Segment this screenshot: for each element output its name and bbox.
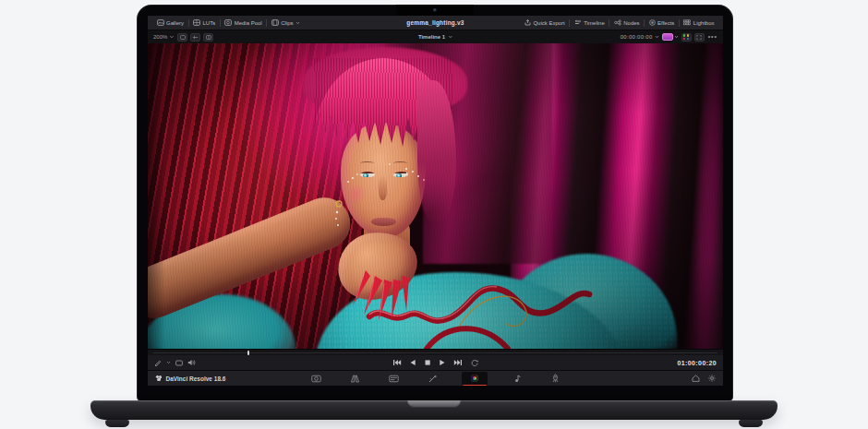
quick-export-button[interactable]: Quick Export	[520, 16, 569, 30]
davinci-resolve-logo-icon	[155, 375, 163, 381]
stop-button[interactable]	[424, 359, 430, 366]
gallery-button[interactable]: Gallery	[152, 16, 188, 30]
gallery-label: Gallery	[166, 20, 184, 26]
bypass-grades-toggle[interactable]	[177, 33, 187, 42]
project-settings-gear-button[interactable]	[708, 375, 716, 382]
timeline-label: Timeline	[584, 20, 604, 26]
main-toolbar: Gallery LUTs Media Pool Clips	[148, 16, 723, 30]
luts-label: LUTs	[203, 20, 216, 26]
page-navigation-bar: DaVinci Resolve 18.6	[148, 370, 723, 386]
chevron-down-icon	[655, 35, 659, 39]
page-color-active[interactable]	[462, 372, 488, 386]
page-deliver[interactable]	[546, 373, 565, 385]
go-to-end-button[interactable]	[453, 359, 462, 366]
page-media[interactable]	[307, 373, 326, 385]
clips-icon	[271, 19, 279, 26]
toolbar-left-group: Gallery LUTs Media Pool Clips	[152, 16, 305, 30]
viewer-options-bar: 200% Timeline 1 00:00:00:00	[148, 30, 723, 43]
audio-mute-icon[interactable]	[187, 359, 196, 366]
page-edit[interactable]	[384, 373, 404, 385]
chevron-down-icon	[448, 35, 452, 39]
gallery-icon	[157, 19, 164, 26]
scopes-icon	[683, 34, 690, 39]
effects-label: Effects	[657, 20, 674, 26]
expand-viewer-button[interactable]	[694, 33, 705, 42]
laptop-base	[90, 400, 778, 420]
unmix-icon	[192, 35, 199, 40]
effects-icon	[649, 19, 656, 26]
scopes-button[interactable]	[681, 33, 692, 42]
nodes-label: Nodes	[623, 20, 639, 26]
media-pool-button[interactable]: Media Pool	[221, 16, 267, 30]
lightbox-label: Lightbox	[693, 20, 715, 26]
color-page-icon	[471, 375, 478, 382]
laptop-foot	[739, 420, 763, 427]
clips-button[interactable]: Clips	[267, 16, 304, 30]
lightbox-icon	[683, 19, 691, 26]
quick-export-icon	[524, 19, 531, 26]
deliver-page-icon	[551, 374, 560, 383]
zoom-level: 200%	[153, 34, 167, 40]
chevron-down-icon[interactable]	[674, 35, 679, 39]
split-screen-icon	[206, 35, 211, 40]
effects-button[interactable]: Effects	[645, 16, 679, 30]
page-fusion[interactable]	[423, 373, 442, 385]
page-bar-right-tools	[692, 375, 716, 382]
timeline-button[interactable]: Timeline	[570, 16, 609, 30]
project-home-button[interactable]	[692, 375, 700, 382]
quick-export-label: Quick Export	[533, 20, 564, 26]
timeline-selector[interactable]: Timeline 1	[418, 30, 452, 43]
unmix-toggle[interactable]	[190, 33, 200, 42]
toolbar-right-group: Quick Export Timeline Nodes Effects	[520, 16, 718, 30]
davinci-resolve-window: Gallery LUTs Media Pool Clips	[148, 16, 723, 386]
app-version-label: DaVinci Resolve 18.6	[166, 375, 226, 382]
loop-playback-button[interactable]	[470, 359, 478, 366]
record-timecode-field[interactable]: 01:00:00:20	[677, 360, 717, 366]
project-title: gemma_lighting.v3	[406, 19, 464, 26]
source-timecode-field[interactable]: 00:00:00:00	[621, 30, 659, 43]
play-reverse-button[interactable]	[409, 359, 416, 366]
chevron-down-icon[interactable]	[166, 361, 171, 364]
photo-red-nails	[353, 270, 409, 320]
zoom-select[interactable]: 200%	[153, 30, 175, 43]
chevron-down-icon	[295, 21, 300, 25]
viewer-image	[148, 43, 723, 349]
transport-bar: 01:00:00:20	[148, 355, 723, 370]
lid-thumb-scoop	[407, 400, 461, 408]
enhanced-viewer-toggle[interactable]	[662, 33, 673, 41]
page-tabs	[307, 371, 565, 386]
onscreen-controls-icon[interactable]	[154, 359, 162, 366]
play-button[interactable]	[439, 359, 445, 366]
viewer-scrubber[interactable]	[148, 349, 723, 355]
facetime-camera	[433, 8, 437, 12]
bypass-grades-icon	[180, 35, 186, 40]
go-to-start-button[interactable]	[392, 359, 401, 366]
media-pool-label: Media Pool	[235, 20, 262, 26]
nodes-icon	[614, 19, 621, 26]
timeline-icon	[574, 19, 582, 26]
transport-controls	[392, 359, 478, 366]
laptop-foot	[105, 420, 129, 427]
fusion-page-icon	[428, 375, 438, 383]
media-pool-icon	[224, 19, 232, 26]
split-screen-toggle[interactable]	[203, 33, 213, 42]
luts-icon	[193, 19, 200, 26]
page-cut[interactable]	[345, 373, 365, 385]
chevron-down-icon	[169, 35, 175, 39]
lightbox-button[interactable]: Lightbox	[680, 16, 718, 30]
page-fairlight[interactable]	[507, 373, 526, 385]
viewer-tools	[154, 359, 196, 366]
timeline-name: Timeline 1	[418, 34, 445, 40]
luts-button[interactable]: LUTs	[189, 16, 220, 30]
source-timecode: 00:00:00:00	[621, 34, 653, 40]
cut-page-icon	[350, 375, 360, 383]
fairlight-page-icon	[512, 375, 521, 383]
photo-nails-layer	[148, 43, 723, 349]
image-wipe-icon[interactable]	[175, 360, 183, 366]
nodes-button[interactable]: Nodes	[609, 16, 644, 30]
media-page-icon	[311, 375, 321, 383]
expand-icon	[696, 35, 702, 40]
edit-page-icon	[389, 375, 399, 383]
app-brand: DaVinci Resolve 18.6	[155, 375, 225, 382]
title-area: gemma_lighting.v3	[406, 16, 464, 30]
